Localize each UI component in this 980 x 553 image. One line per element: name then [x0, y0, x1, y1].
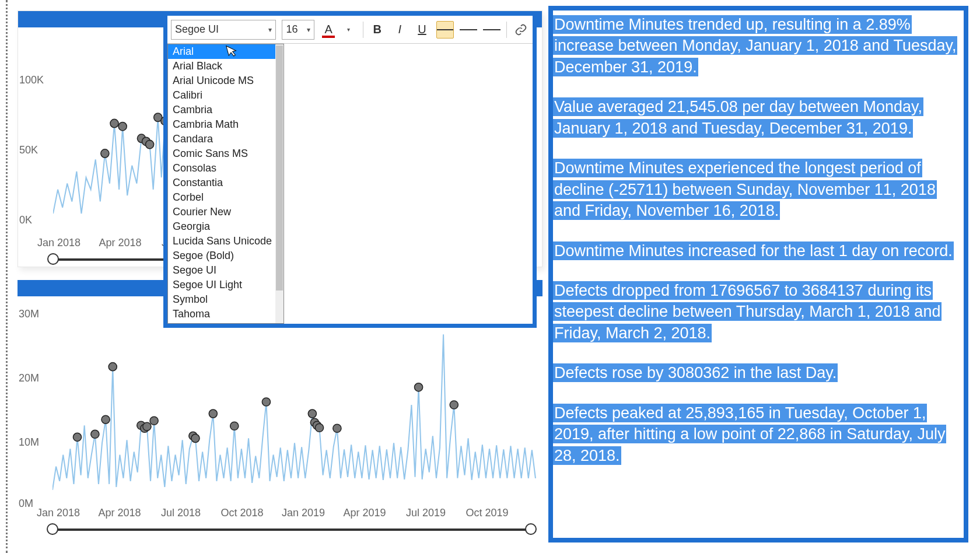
- font-option[interactable]: Segoe (Bold): [168, 249, 284, 263]
- svg-point-38: [414, 383, 422, 391]
- font-option[interactable]: Segoe UI Light: [168, 278, 284, 292]
- svg-point-37: [333, 424, 341, 432]
- chart1-xtick: Apr 2018: [99, 237, 141, 249]
- chart2-ytick: 20M: [19, 372, 39, 384]
- selection-border-left: [6, 0, 8, 553]
- chart2-ytick: 10M: [19, 436, 39, 449]
- align-right-button[interactable]: [483, 21, 501, 38]
- toolbar-divider: [363, 22, 363, 38]
- font-family-value: Segoe UI: [175, 23, 219, 36]
- font-color-button[interactable]: A: [320, 21, 337, 38]
- chart1-ytick: 0K: [19, 214, 32, 226]
- svg-point-21: [91, 430, 99, 438]
- svg-point-39: [450, 401, 458, 409]
- chevron-down-icon: ▾: [268, 26, 272, 34]
- svg-point-32: [262, 398, 270, 406]
- chart2-xtick: Jul 2018: [161, 507, 201, 519]
- insight-text: Downtime Minutes increased for the last …: [553, 242, 954, 260]
- svg-point-8: [101, 149, 109, 158]
- insight-item[interactable]: Defects rose by 3080362 in the last Day.: [553, 362, 964, 383]
- font-option[interactable]: Arial Black: [168, 59, 284, 74]
- chart2-ytick: 0M: [19, 498, 33, 510]
- insight-item[interactable]: Downtime Minutes increased for the last …: [553, 240, 964, 261]
- svg-point-31: [230, 422, 239, 430]
- chart2-xtick: Jan 2018: [37, 507, 80, 519]
- chart2-xtick: Apr 2019: [343, 507, 386, 519]
- font-color-swatch: [322, 36, 335, 38]
- font-option[interactable]: Constantia: [168, 176, 284, 190]
- insight-text: Value averaged 21,545.08 per day between…: [553, 97, 923, 137]
- insight-text: Defects dropped from 17696567 to 3684137…: [553, 281, 942, 342]
- hyperlink-button[interactable]: [513, 21, 529, 38]
- font-option[interactable]: Cambria Math: [168, 117, 284, 132]
- chart1-xtick: Jan 2018: [37, 237, 80, 249]
- chart2-xtick: Apr 2018: [98, 507, 141, 519]
- font-size-select[interactable]: 16 ▾: [282, 20, 314, 40]
- font-option[interactable]: Georgia: [168, 219, 284, 234]
- chart2-xtick: Oct 2018: [220, 507, 263, 519]
- svg-point-29: [191, 434, 200, 442]
- insight-text: Defects peaked at 25,893,165 in Tuesday,…: [553, 404, 946, 465]
- svg-point-26: [143, 422, 151, 430]
- font-option[interactable]: Segoe UI: [168, 263, 284, 278]
- font-option[interactable]: Symbol: [168, 292, 284, 307]
- underline-button[interactable]: U: [414, 21, 430, 38]
- font-option[interactable]: Lucida Sans Unicode: [168, 234, 284, 249]
- svg-point-36: [315, 424, 323, 432]
- scrollbar-thumb[interactable]: [276, 46, 283, 290]
- svg-point-20: [73, 433, 81, 441]
- chart2-ytick: 30M: [19, 308, 39, 320]
- font-option[interactable]: Candara: [168, 132, 284, 146]
- font-color-dropdown[interactable]: ▾: [340, 21, 356, 38]
- svg-point-4: [146, 140, 154, 148]
- svg-point-23: [108, 363, 117, 371]
- scrollbar-track[interactable]: [275, 44, 284, 323]
- chart2-plot-area: [52, 302, 537, 502]
- text-format-toolbar: Segoe UI ▾ 16 ▾ A ▾ B I U ArialArial Bla…: [163, 12, 537, 328]
- svg-point-27: [150, 416, 158, 425]
- link-icon: [514, 23, 527, 36]
- chart1-ytick: 100K: [19, 74, 44, 86]
- font-family-select[interactable]: Segoe UI ▾: [171, 20, 276, 40]
- insights-panel[interactable]: Downtime Minutes trended up, resulting i…: [548, 6, 968, 542]
- align-center-button[interactable]: [460, 21, 477, 38]
- insight-item[interactable]: Defects peaked at 25,893,165 in Tuesday,…: [553, 402, 964, 466]
- font-option[interactable]: Comic Sans MS: [168, 146, 284, 161]
- bold-button[interactable]: B: [369, 21, 386, 38]
- font-option[interactable]: Courier New: [168, 205, 284, 219]
- font-option[interactable]: Tahoma: [168, 307, 284, 321]
- chart1-ytick: 50K: [19, 144, 38, 156]
- font-option[interactable]: Consolas: [168, 161, 284, 176]
- toolbar-divider: [506, 22, 507, 38]
- insight-text: Downtime Minutes trended up, resulting i…: [553, 15, 957, 76]
- font-size-value: 16: [286, 23, 298, 36]
- insight-text: Defects rose by 3080362 in the last Day.: [553, 363, 838, 382]
- align-left-button[interactable]: [436, 21, 454, 38]
- insight-item[interactable]: Downtime Minutes experienced the longest…: [553, 158, 964, 221]
- font-option[interactable]: Times New Roman: [168, 321, 284, 324]
- svg-point-0: [110, 119, 118, 127]
- svg-point-22: [102, 415, 110, 424]
- font-option[interactable]: Corbel: [168, 190, 284, 205]
- svg-point-1: [118, 122, 127, 130]
- font-option[interactable]: Arial Unicode MS: [168, 74, 284, 88]
- slider-handle-start[interactable]: [47, 253, 59, 265]
- insight-item[interactable]: Value averaged 21,545.08 per day between…: [553, 96, 964, 139]
- font-option[interactable]: Calibri: [168, 88, 284, 103]
- insight-item[interactable]: Defects dropped from 17696567 to 3684137…: [553, 280, 964, 344]
- svg-point-33: [308, 410, 316, 418]
- chevron-down-icon: ▾: [307, 26, 310, 34]
- slider-handle-start[interactable]: [47, 523, 58, 535]
- svg-point-30: [209, 410, 217, 418]
- chart2-range-slider[interactable]: [52, 528, 531, 531]
- font-option[interactable]: Cambria: [168, 103, 284, 117]
- chart2-xtick: Oct 2019: [466, 507, 508, 519]
- insight-text: Downtime Minutes experienced the longest…: [553, 159, 937, 220]
- font-family-dropdown[interactable]: ArialArial BlackArial Unicode MSCalibriC…: [167, 44, 284, 324]
- italic-button[interactable]: I: [391, 21, 408, 38]
- slider-handle-end[interactable]: [525, 523, 537, 535]
- chart2-xtick: Jan 2019: [282, 507, 325, 519]
- insight-item[interactable]: Downtime Minutes trended up, resulting i…: [553, 14, 964, 78]
- chart2-xtick: Jul 2019: [406, 507, 446, 519]
